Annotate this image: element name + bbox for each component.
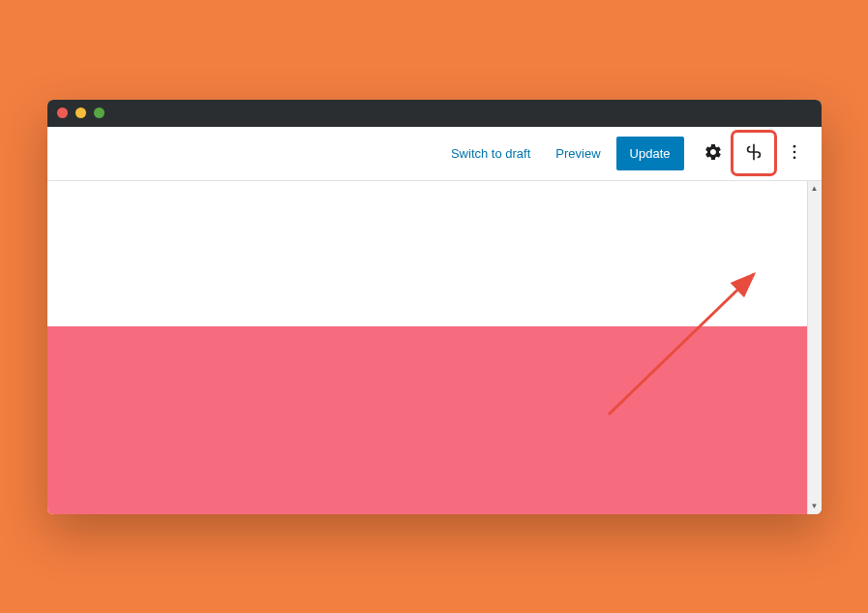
pink-content-section	[47, 326, 807, 514]
svg-point-0	[793, 144, 795, 147]
page-canvas[interactable]	[47, 181, 807, 514]
scroll-up-arrow-icon[interactable]: ▲	[808, 181, 822, 197]
close-window-dot[interactable]	[57, 107, 68, 118]
plugin-icon	[743, 141, 764, 166]
gear-icon	[703, 142, 723, 165]
vertical-scrollbar[interactable]: ▲ ▼	[807, 181, 822, 514]
white-content-section	[47, 181, 807, 326]
more-options-button[interactable]	[777, 136, 812, 170]
scroll-down-arrow-icon[interactable]: ▼	[808, 499, 822, 514]
switch-to-draft-button[interactable]: Switch to draft	[441, 138, 540, 169]
maximize-window-dot[interactable]	[94, 107, 105, 118]
browser-window: Switch to draft Preview Update	[47, 100, 822, 514]
preview-button[interactable]: Preview	[546, 138, 610, 169]
editor-content: ▲ ▼	[47, 181, 822, 514]
editor-toolbar: Switch to draft Preview Update	[47, 127, 822, 181]
svg-point-1	[793, 150, 795, 153]
minimize-window-dot[interactable]	[75, 107, 86, 118]
svg-point-2	[793, 156, 795, 159]
window-titlebar	[47, 100, 822, 127]
more-vertical-icon	[785, 142, 804, 165]
plugin-settings-button[interactable]	[736, 136, 771, 170]
update-button[interactable]: Update	[616, 137, 684, 170]
settings-button[interactable]	[696, 136, 731, 170]
